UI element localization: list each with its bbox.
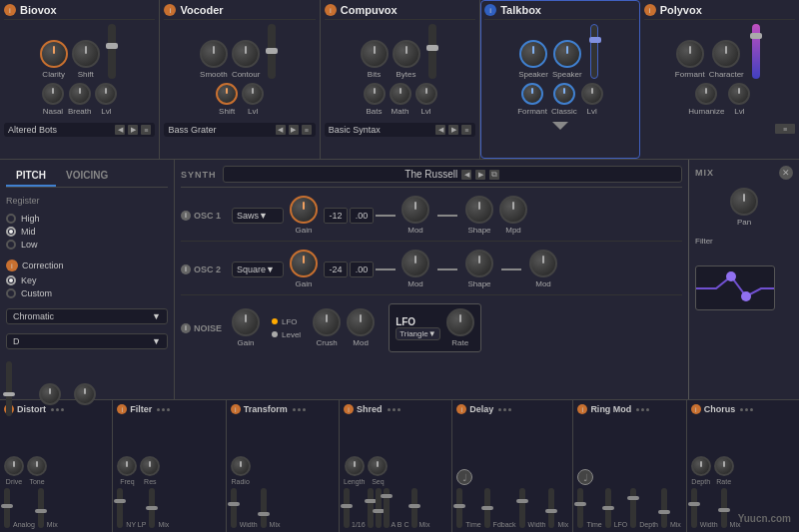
compuvox-preset-next[interactable]: ▶ [448, 125, 458, 135]
classic-knob[interactable] [553, 83, 575, 105]
bats-knob[interactable] [364, 83, 386, 105]
osc1-waveform-select[interactable]: Saws▼ [232, 208, 284, 224]
osc1-mod-knob[interactable] [401, 196, 429, 224]
delay-slider-fdback-thumb[interactable] [481, 506, 493, 510]
bits-knob[interactable] [361, 40, 389, 68]
osc2-pitch-val1[interactable]: -24 [324, 262, 348, 277]
res-knob[interactable] [140, 456, 160, 476]
radio-mid[interactable]: Mid [6, 227, 168, 237]
ring-mod-info-icon[interactable]: i [577, 404, 587, 414]
shred-slider-b-thumb[interactable] [373, 509, 385, 513]
osc2-gain-knob[interactable] [290, 250, 318, 277]
vocoder-preset-next[interactable]: ▶ [289, 125, 299, 135]
ring-mod-icon[interactable]: ♩ [577, 469, 593, 485]
chorus-rate-knob[interactable] [714, 456, 734, 476]
formant-knob[interactable] [521, 83, 543, 105]
delay-slider-width-thumb[interactable] [516, 499, 528, 503]
mix-close-btn[interactable]: ✕ [779, 166, 793, 180]
delay-slider-mix[interactable] [548, 488, 554, 528]
shift-knob[interactable] [72, 40, 100, 68]
ring-mod-slider-lfo-thumb[interactable] [602, 506, 614, 510]
synth-preset-copy[interactable]: ⧉ [489, 170, 499, 180]
character-knob[interactable] [712, 40, 740, 68]
ring-mod-slider-lfo[interactable] [605, 488, 611, 528]
speaker2-knob[interactable] [553, 40, 581, 68]
compuvox-slider-1[interactable] [428, 24, 436, 79]
tab-voicing[interactable]: VOICING [56, 166, 118, 187]
tab-pitch[interactable]: PITCH [6, 166, 56, 187]
noise-gain-knob[interactable] [232, 308, 260, 336]
lvl-knob-poly[interactable] [728, 83, 750, 105]
radio-low[interactable]: Low [6, 240, 168, 250]
synth-preset-prev[interactable]: ◀ [461, 170, 471, 180]
length-knob[interactable] [345, 456, 365, 476]
biovox-info-icon[interactable]: i [4, 4, 16, 16]
delay-info-icon[interactable]: i [456, 404, 466, 414]
talkbox-info-icon[interactable]: i [484, 4, 496, 16]
lvl-knob-talk[interactable] [581, 83, 603, 105]
shred-slider-c-thumb[interactable] [381, 494, 393, 498]
distort-slider-analog[interactable] [4, 488, 10, 528]
distort-slider-analog-thumb[interactable] [1, 504, 13, 508]
speed-knob[interactable] [39, 383, 61, 405]
lvl-knob-voc[interactable] [242, 83, 264, 105]
transform-slider-mix[interactable] [261, 488, 267, 528]
chorus-slider-mix[interactable] [721, 488, 727, 528]
radio-knob[interactable] [231, 456, 251, 476]
noise-mod-knob[interactable] [347, 308, 375, 336]
ring-mod-slider-depth-thumb[interactable] [627, 496, 639, 500]
vocoder-slider-1[interactable] [268, 24, 276, 79]
chorus-slider-width[interactable] [691, 488, 697, 528]
chorus-info-icon[interactable]: i [691, 404, 701, 414]
biovox-slider-thumb-1[interactable] [106, 43, 118, 49]
noise-level-led[interactable] [272, 331, 278, 337]
osc1-pitch-val2[interactable]: .00 [350, 208, 374, 224]
seq-knob[interactable] [368, 456, 388, 476]
shred-slider-1-16[interactable] [344, 488, 350, 528]
chorus-slider-width-thumb[interactable] [688, 502, 700, 506]
talkbox-slider-1[interactable] [590, 24, 598, 79]
delay-icon[interactable]: ♩ [456, 469, 472, 485]
lfo-waveform-select[interactable]: Triangle▼ [396, 327, 440, 340]
synth-preset-next[interactable]: ▶ [475, 170, 485, 180]
vocoder-slider-thumb-1[interactable] [266, 48, 278, 54]
filter-slider-type[interactable] [117, 488, 123, 528]
transform-slider-width-thumb[interactable] [228, 502, 240, 506]
transform-slider-mix-thumb[interactable] [258, 512, 270, 516]
radio-custom[interactable]: Custom [6, 288, 168, 298]
filter-effect-info-icon[interactable]: i [117, 404, 127, 414]
nasal-knob[interactable] [42, 83, 64, 105]
osc2-mod2-knob[interactable] [529, 250, 557, 277]
distort-slider-mix[interactable] [38, 488, 44, 528]
chorus-depth-knob[interactable] [691, 456, 711, 476]
lvl-slider[interactable] [6, 361, 12, 416]
speaker1-knob[interactable] [519, 40, 547, 68]
transform-slider-width[interactable] [231, 488, 237, 528]
delay-slider-mix-thumb[interactable] [545, 509, 557, 513]
filter-slider-mix[interactable] [149, 488, 155, 528]
freq-knob[interactable] [117, 456, 137, 476]
osc2-mod-knob[interactable] [401, 250, 429, 277]
shred-slider-c[interactable] [384, 488, 390, 528]
vocoder-preset-prev[interactable]: ◀ [276, 125, 286, 135]
shred-slider-mix-thumb[interactable] [408, 504, 420, 508]
compuvox-preset-menu[interactable]: ≡ [461, 125, 471, 135]
correction-info-icon[interactable]: i [6, 260, 18, 271]
shred-slider-mix[interactable] [411, 488, 417, 528]
osc2-waveform-select[interactable]: Square▼ [232, 262, 284, 277]
chromatic-dropdown[interactable]: Chromatic ▼ [6, 308, 168, 324]
clarity-knob[interactable] [40, 40, 68, 68]
noise-crush-knob[interactable] [313, 308, 341, 336]
drive-knob[interactable] [4, 456, 24, 476]
biovox-preset-prev[interactable]: ◀ [115, 125, 125, 135]
tone-knob[interactable] [27, 456, 47, 476]
pan-knob[interactable] [730, 188, 758, 216]
radio-key[interactable]: Key [6, 275, 168, 285]
distort-slider-mix-thumb[interactable] [35, 509, 47, 513]
shred-slider-a[interactable] [368, 488, 374, 528]
ring-mod-slider-depth[interactable] [630, 488, 636, 528]
chorus-slider-mix-thumb[interactable] [718, 508, 730, 512]
vocoder-info-icon[interactable]: i [164, 4, 176, 16]
osc1-mpd-knob[interactable] [499, 196, 527, 224]
lvl-knob-comp[interactable] [415, 83, 437, 105]
